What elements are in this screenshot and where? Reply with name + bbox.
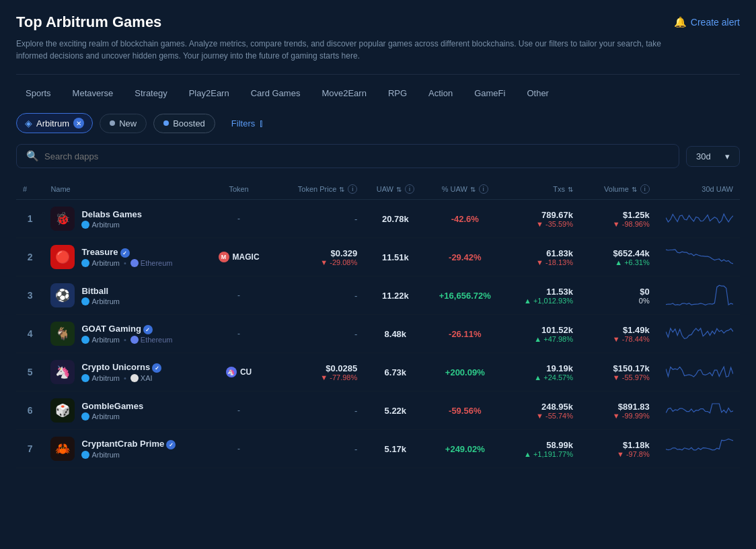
- new-dot-icon: [110, 120, 115, 126]
- page-title: Top Arbitrum Games: [16, 13, 161, 31]
- game-icon: 🐞: [50, 207, 75, 231]
- sparkline-chart: [666, 245, 733, 269]
- arbitrum-icon: ◈: [25, 118, 32, 129]
- remove-chain-filter-button[interactable]: ✕: [73, 118, 84, 129]
- games-table: # Name Token Token Price ⇅ i UAW ⇅ i % U…: [16, 179, 740, 468]
- game-info: GombleGames Arbitrum: [81, 401, 143, 420]
- verified-badge: ✓: [120, 248, 130, 258]
- token-cell: -: [197, 277, 280, 315]
- name-cell: 🎲 GombleGames Arbitrum: [44, 392, 197, 430]
- create-alert-button[interactable]: 🔔 Create alert: [674, 16, 740, 28]
- game-icon: 🦄: [50, 360, 75, 384]
- chain-filter-chip[interactable]: ◈ Arbitrum ✕: [16, 113, 93, 133]
- sparkline-cell: [656, 353, 740, 392]
- table-row[interactable]: 4 🐐 GOAT Gaming✓ Arbitrum• Ethereum - - …: [16, 315, 740, 353]
- game-name: GOAT Gaming✓: [81, 324, 172, 335]
- txs-cell: 61.83k ▼ -18.13%: [503, 238, 580, 277]
- txs-change: ▼ -18.13%: [510, 258, 573, 266]
- tab-action[interactable]: Action: [419, 84, 462, 102]
- new-filter-chip[interactable]: New: [100, 114, 147, 133]
- token-price-cell: -: [280, 315, 364, 353]
- tab-card-games[interactable]: Card Games: [241, 84, 310, 102]
- col-pct-uaw: % UAW ⇅ i: [426, 179, 503, 200]
- chain-arbitrum: Arbitrum: [81, 297, 120, 305]
- txs-change: ▲ +1,012.93%: [510, 297, 573, 305]
- txs-main: 11.53k: [510, 287, 573, 297]
- game-name: Crypto Unicorns✓: [81, 362, 161, 373]
- volume-change: ▼ -78.44%: [587, 335, 650, 343]
- token-magic: M MAGIC: [219, 252, 260, 262]
- tab-move2earn[interactable]: Move2Earn: [312, 84, 375, 102]
- tab-metaverse[interactable]: Metaverse: [63, 84, 123, 102]
- chain-ethereum: Ethereum: [130, 259, 173, 267]
- tab-sports[interactable]: Sports: [16, 84, 61, 102]
- sparkline-cell: [656, 238, 740, 277]
- boosted-filter-chip[interactable]: Boosted: [153, 114, 215, 133]
- game-icon: 🐐: [50, 322, 75, 346]
- rank-cell: 4: [16, 315, 44, 353]
- pct-uaw-cell: -29.42%: [426, 238, 503, 277]
- pct-uaw-cell: +200.09%: [426, 353, 503, 392]
- volume-main: $150.17k: [587, 363, 650, 373]
- chain-arbitrum: Arbitrum: [81, 336, 120, 344]
- volume-main: $891.83: [587, 402, 650, 412]
- period-selector[interactable]: 30d ▾: [686, 146, 740, 167]
- volume-cell: $891.83 ▼ -99.99%: [580, 392, 656, 430]
- sparkline-chart: [666, 322, 733, 346]
- txs-main: 248.95k: [510, 402, 573, 412]
- rank-cell: 5: [16, 353, 44, 392]
- token-price-main: $0.0285: [287, 363, 357, 373]
- chain-arbitrum: Arbitrum: [81, 221, 120, 229]
- col-volume: Volume ⇅ i: [580, 179, 656, 200]
- rank-cell: 7: [16, 430, 44, 468]
- token-cell: M MAGIC: [197, 238, 280, 277]
- chain-arbitrum: Arbitrum: [81, 259, 120, 267]
- tab-strategy[interactable]: Strategy: [125, 84, 176, 102]
- tab-play2earn[interactable]: Play2Earn: [180, 84, 239, 102]
- volume-cell: $150.17k ▼ -55.97%: [580, 353, 656, 392]
- verified-badge: ✓: [143, 325, 153, 334]
- game-name: Bitball: [81, 286, 120, 296]
- table-row[interactable]: 1 🐞 Delabs Games Arbitrum - - 20.78k -42…: [16, 200, 740, 238]
- volume-change: ▼ -97.8%: [587, 450, 650, 458]
- search-input[interactable]: [44, 151, 669, 161]
- sparkline-cell: [656, 430, 740, 468]
- txs-change: ▲ +47.98%: [510, 335, 573, 343]
- game-icon: 🦀: [50, 437, 75, 461]
- token-price-cell: -: [280, 200, 364, 238]
- boosted-dot-icon: [163, 120, 169, 126]
- txs-main: 58.99k: [510, 440, 573, 450]
- token-price-cell: $0.329 ▼ -29.08%: [280, 238, 364, 277]
- sparkline-cell: [656, 200, 740, 238]
- search-row: 🔍 30d ▾: [16, 144, 740, 168]
- filters-button[interactable]: Filters ⫿: [222, 114, 273, 133]
- pct-uaw-value: -29.42%: [449, 252, 481, 262]
- rank-cell: 6: [16, 392, 44, 430]
- table-row[interactable]: 2 🔴 Treasure✓ Arbitrum• Ethereum M MAGIC…: [16, 238, 740, 277]
- game-name: Delabs Games: [81, 209, 142, 219]
- pct-uaw-value: +16,656.72%: [439, 291, 491, 301]
- col-txs: Txs ⇅: [503, 179, 580, 200]
- game-info: Delabs Games Arbitrum: [81, 209, 142, 229]
- table-row[interactable]: 7 🦀 CryptantCrab Prime✓ Arbitrum - - 5.1…: [16, 430, 740, 468]
- col-name: Name: [44, 179, 197, 200]
- magic-token-icon: M: [219, 252, 229, 262]
- tab-rpg[interactable]: RPG: [379, 84, 416, 102]
- pct-uaw-value: +200.09%: [445, 367, 485, 377]
- game-meta: Arbitrum: [81, 221, 142, 229]
- col-rank: #: [16, 179, 44, 200]
- uaw-cell: 5.22k: [364, 392, 426, 430]
- tab-gamefi[interactable]: GameFi: [465, 84, 515, 102]
- volume-cell: $1.49k ▼ -78.44%: [580, 315, 656, 353]
- table-row[interactable]: 3 ⚽ Bitball Arbitrum - - 11.22k +16,656.…: [16, 277, 740, 315]
- table-row[interactable]: 6 🎲 GombleGames Arbitrum - - 5.22k -59.5…: [16, 392, 740, 430]
- table-row[interactable]: 5 🦄 Crypto Unicorns✓ Arbitrum• XAI 🦄 CU …: [16, 353, 740, 392]
- txs-change: ▼ -55.74%: [510, 412, 573, 420]
- tab-other[interactable]: Other: [517, 84, 558, 102]
- arbitrum-chain-icon: [81, 259, 89, 267]
- pct-uaw-cell: +16,656.72%: [426, 277, 503, 315]
- txs-main: 789.67k: [510, 210, 573, 220]
- col-uaw-30d: 30d UAW: [656, 179, 740, 200]
- game-meta: Arbitrum• Ethereum: [81, 259, 172, 267]
- sparkline-cell: [656, 315, 740, 353]
